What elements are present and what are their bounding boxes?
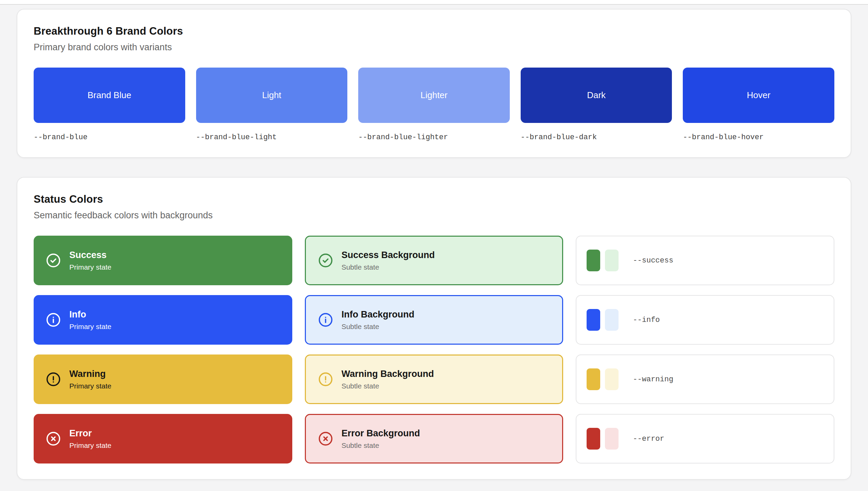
- warning-background-card: Warning Background Subtle state: [305, 354, 563, 404]
- brand-card-subtitle: Primary brand colors with variants: [34, 42, 834, 53]
- brand-swatch-light: Light: [196, 68, 348, 123]
- brand-swatch-label: Lighter: [420, 90, 448, 101]
- status-title: Success: [69, 250, 111, 260]
- success-subtle-swatch: [605, 250, 619, 271]
- warning-subtle-swatch: [605, 368, 619, 390]
- brand-variable-label: --brand-blue: [34, 133, 185, 142]
- top-divider-bar: [0, 0, 868, 5]
- status-subtitle: Primary state: [69, 382, 111, 390]
- info-background-card: Info Background Subtle state: [305, 295, 563, 345]
- status-colors-card: Status Colors Semantic feedback colors w…: [17, 177, 851, 480]
- status-title: Warning Background: [342, 369, 434, 379]
- success-primary-card: Success Primary state: [34, 236, 292, 285]
- error-primary-card: Error Primary state: [34, 414, 292, 463]
- brand-swatch-cell: Brand Blue --brand-blue: [34, 68, 185, 142]
- error-background-text: Error Background Subtle state: [342, 428, 420, 449]
- brand-swatch-lighter: Lighter: [358, 68, 510, 123]
- status-grid: Success Primary state Success Background…: [34, 236, 834, 463]
- brand-swatch-label: Hover: [747, 90, 770, 101]
- status-subtitle: Subtle state: [342, 441, 420, 449]
- check-circle-icon: [318, 253, 333, 268]
- brand-swatch-hover: Hover: [683, 68, 834, 123]
- variable-label: --success: [633, 256, 673, 265]
- x-circle-icon: [318, 431, 333, 446]
- error-primary-text: Error Primary state: [69, 428, 111, 449]
- warning-solid-swatch: [587, 368, 600, 390]
- info-solid-swatch: [587, 309, 600, 331]
- check-circle-icon: [46, 253, 61, 268]
- success-primary-text: Success Primary state: [69, 250, 111, 271]
- warning-background-text: Warning Background Subtle state: [342, 369, 434, 390]
- status-title: Info: [69, 309, 111, 320]
- status-card-title: Status Colors: [34, 193, 834, 205]
- status-title: Warning: [69, 369, 111, 379]
- status-title: Error Background: [342, 428, 420, 439]
- brand-swatch-label: Light: [262, 90, 281, 101]
- info-primary-card: Info Primary state: [34, 295, 292, 345]
- brand-swatch-cell: Dark --brand-blue-dark: [521, 68, 672, 142]
- info-circle-icon: [318, 312, 333, 327]
- variable-label: --error: [633, 435, 664, 443]
- success-swatch-card: --success: [576, 236, 834, 285]
- info-primary-text: Info Primary state: [69, 309, 111, 330]
- status-subtitle: Subtle state: [342, 382, 434, 390]
- status-subtitle: Subtle state: [342, 263, 435, 271]
- brand-swatch-label: Brand Blue: [87, 90, 131, 101]
- brand-variable-label: --brand-blue-hover: [683, 133, 834, 142]
- status-subtitle: Primary state: [69, 263, 111, 271]
- status-subtitle: Primary state: [69, 441, 111, 449]
- error-subtle-swatch: [605, 428, 619, 450]
- status-subtitle: Primary state: [69, 323, 111, 330]
- error-solid-swatch: [587, 428, 600, 450]
- brand-variable-label: --brand-blue-lighter: [358, 133, 510, 142]
- status-card-subtitle: Semantic feedback colors with background…: [34, 210, 834, 221]
- brand-swatch-dark: Dark: [521, 68, 672, 123]
- brand-swatch-brand-blue: Brand Blue: [34, 68, 185, 123]
- brand-variable-label: --brand-blue-dark: [521, 133, 672, 142]
- brand-swatch-cell: Light --brand-blue-light: [196, 68, 348, 142]
- success-solid-swatch: [587, 250, 600, 271]
- alert-circle-icon: [318, 372, 333, 387]
- brand-card-title: Breakthrough 6 Brand Colors: [34, 25, 834, 37]
- success-background-text: Success Background Subtle state: [342, 250, 435, 271]
- alert-circle-icon: [46, 372, 61, 387]
- brand-colors-card: Breakthrough 6 Brand Colors Primary bran…: [17, 9, 851, 158]
- variable-label: --warning: [633, 375, 673, 384]
- brand-swatch-cell: Lighter --brand-blue-lighter: [358, 68, 510, 142]
- brand-variable-label: --brand-blue-light: [196, 133, 348, 142]
- warning-primary-card: Warning Primary state: [34, 354, 292, 404]
- info-circle-icon: [46, 312, 61, 327]
- warning-swatch-card: --warning: [576, 354, 834, 404]
- status-title: Info Background: [342, 309, 415, 320]
- info-background-text: Info Background Subtle state: [342, 309, 415, 330]
- brand-swatch-cell: Hover --brand-blue-hover: [683, 68, 834, 142]
- warning-primary-text: Warning Primary state: [69, 369, 111, 390]
- info-subtle-swatch: [605, 309, 619, 331]
- variable-label: --info: [633, 316, 660, 324]
- error-swatch-card: --error: [576, 414, 834, 463]
- status-subtitle: Subtle state: [342, 323, 415, 330]
- success-background-card: Success Background Subtle state: [305, 236, 563, 285]
- page-content: Breakthrough 6 Brand Colors Primary bran…: [0, 5, 868, 480]
- brand-swatch-grid: Brand Blue --brand-blue Light --brand-bl…: [34, 68, 834, 142]
- status-title: Success Background: [342, 250, 435, 260]
- error-background-card: Error Background Subtle state: [305, 414, 563, 463]
- status-title: Error: [69, 428, 111, 439]
- brand-swatch-label: Dark: [587, 90, 606, 101]
- x-circle-icon: [46, 431, 61, 446]
- info-swatch-card: --info: [576, 295, 834, 345]
